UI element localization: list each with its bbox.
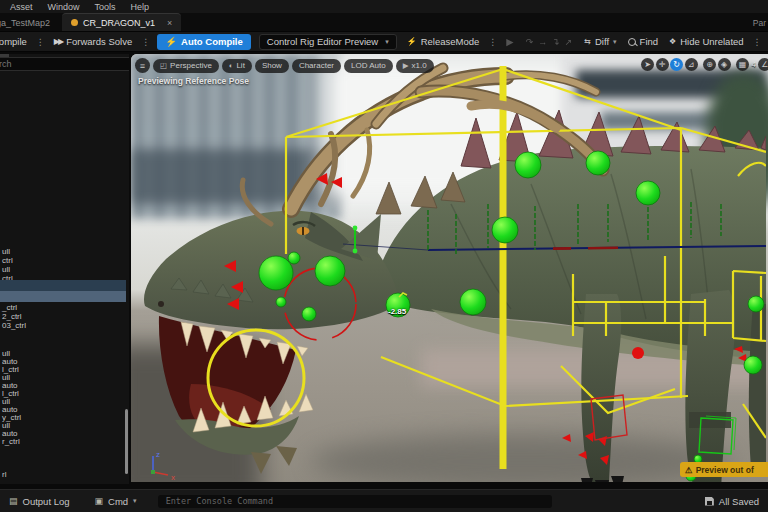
viewport[interactable]: z x -2.85 ≡ ◰ Perspective ◐ Lit Show Cha	[131, 54, 768, 482]
hide-unrelated-button[interactable]: ❖ Hide Unrelated	[664, 34, 749, 49]
rig-control-sphere[interactable]	[302, 307, 316, 321]
tree-item[interactable]: ull	[2, 265, 10, 274]
rotate-icon: ↻	[673, 60, 680, 69]
tree-item[interactable]: 2_ctrl	[2, 312, 22, 321]
character-button[interactable]: Character	[292, 59, 341, 73]
unreal-control-rig-editor: { "menu_bar": {"items": ["Asset", "Windo…	[0, 0, 768, 512]
rig-control-sphere[interactable]	[515, 152, 541, 178]
search-icon	[628, 38, 636, 46]
tab-label: ga_TestMap2	[0, 18, 50, 28]
find-label: Find	[640, 36, 658, 47]
tree-item[interactable]: r_ctrl	[2, 437, 20, 446]
rig-control-sphere[interactable]	[315, 256, 345, 286]
rig-control-sphere[interactable]	[276, 297, 286, 307]
preview-mode-dropdown[interactable]: Control Rig Editor Preview ▾	[259, 34, 397, 50]
rig-control-sphere[interactable]	[636, 181, 660, 205]
speed-label: x1.0	[411, 61, 426, 70]
kebab-icon[interactable]: ⋮	[485, 37, 500, 47]
close-icon[interactable]: ×	[167, 18, 172, 28]
hide-unrelated-label: Hide Unrelated	[680, 36, 743, 47]
menu-item-window[interactable]: Window	[48, 2, 80, 12]
hierarchy-tree: ullctrlullctrl_ctrl2_ctrl03_ctrlullautol…	[0, 54, 129, 484]
globe-icon: ⊕	[706, 60, 713, 69]
rotate-tool-button[interactable]: ↻	[670, 58, 683, 71]
show-button[interactable]: Show	[255, 59, 289, 73]
save-status[interactable]: All Saved	[705, 496, 759, 507]
tree-item[interactable]: ull	[2, 247, 10, 256]
grid-snap-button[interactable]: ▦	[736, 58, 749, 71]
forwards-solve-button[interactable]: ▶▶ Forwards Solve	[49, 34, 137, 49]
scale-tool-button[interactable]: ⊿	[685, 58, 698, 71]
kebab-icon[interactable]: ⋮	[138, 37, 153, 47]
cmd-dropdown[interactable]: ▣ Cmd ▾	[95, 496, 137, 507]
playback-speed-button[interactable]: ▶ x1.0	[396, 59, 434, 73]
perspective-button[interactable]: ◰ Perspective	[153, 59, 219, 73]
tab-cr-dragon-v1[interactable]: CR_DRAGON_v1 ×	[62, 13, 181, 31]
lit-icon: ◐	[229, 61, 234, 70]
tree-item[interactable]: rl	[2, 470, 6, 479]
tree-item-selected[interactable]	[0, 280, 126, 291]
main-area: Search ullctrlullctrl_ctrl2_ctrl03_ctrlu…	[0, 52, 768, 492]
tree-item-selected[interactable]	[0, 291, 126, 302]
menu-item-help[interactable]: Help	[131, 2, 150, 12]
viewport-options-button[interactable]: ≡	[135, 58, 150, 73]
tree-item[interactable]: ctrl	[2, 256, 13, 265]
lit-mode-button[interactable]: ◐ Lit	[222, 59, 252, 73]
double-play-icon: ▶▶	[54, 37, 62, 46]
rig-control-sphere[interactable]	[492, 217, 518, 243]
snap-icon: ◈	[721, 60, 727, 69]
rig-control-sphere[interactable]	[259, 256, 293, 290]
hamburger-icon: ≡	[140, 61, 145, 71]
rig-control-sphere[interactable]	[288, 252, 300, 264]
step-out-icon[interactable]: ↗	[565, 37, 573, 47]
output-log-button[interactable]: ▤ Output Log	[9, 496, 70, 507]
preview-warning-badge[interactable]: ⚠ Preview out of	[680, 462, 768, 477]
control-value-label: -2.85	[388, 307, 406, 316]
auto-compile-button[interactable]: ⚡ Auto Compile	[157, 34, 251, 50]
rig-control-sphere[interactable]	[460, 289, 486, 315]
dragon-model	[144, 68, 766, 482]
menu-item-asset[interactable]: Asset	[10, 2, 33, 12]
scale-icon: ⊿	[688, 60, 695, 69]
kebab-icon[interactable]: ⋮	[750, 37, 765, 47]
rig-control-sphere[interactable]	[586, 151, 610, 175]
release-mode-button[interactable]: ⚡ ReleaseMode	[402, 34, 485, 49]
coordinate-system-button[interactable]: ⊕	[703, 58, 716, 71]
diff-label: Diff	[595, 36, 609, 47]
parent-class-label: Par	[753, 18, 766, 28]
perspective-icon: ◰	[160, 61, 167, 70]
bolt-icon: ⚡	[165, 36, 177, 47]
tree-item[interactable]: 03_ctrl	[2, 321, 26, 330]
axis-x-label: x	[171, 473, 175, 482]
rotation-snap-button[interactable]: ∠	[758, 58, 768, 71]
play-icon: ▶	[506, 36, 513, 47]
angle-icon: ∠	[761, 60, 768, 69]
kebab-icon[interactable]: ⋮	[33, 37, 48, 47]
diff-button[interactable]: ⇆ Diff ▾	[579, 34, 621, 49]
tab-ga-testmap2[interactable]: ga_TestMap2	[0, 14, 62, 31]
grid-snap-value[interactable]: 4	[751, 60, 757, 69]
step-into-icon[interactable]: →	[538, 37, 547, 47]
save-icon	[705, 497, 714, 506]
menu-item-tools[interactable]: Tools	[95, 2, 116, 12]
step-over-icon[interactable]: ↷	[526, 37, 534, 47]
tree-item[interactable]: _ctrl	[2, 303, 17, 312]
step-down-icon[interactable]: ↴	[552, 37, 560, 47]
sidebar-scrollbar[interactable]	[125, 409, 128, 474]
surface-snap-button[interactable]: ◈	[718, 58, 731, 71]
move-tool-button[interactable]: ✛	[656, 58, 669, 71]
warning-text: Preview out of	[696, 465, 754, 475]
compile-button[interactable]: Compile	[0, 34, 32, 49]
select-icon: ➤	[644, 60, 651, 69]
lod-button[interactable]: LOD Auto	[344, 59, 393, 73]
chevron-down-icon: ▾	[385, 38, 389, 46]
play-debug-button[interactable]: ▶	[501, 34, 518, 49]
select-tool-button[interactable]: ➤	[641, 58, 654, 71]
rig-control-sphere[interactable]	[744, 356, 762, 374]
viewport-toolbar: ≡ ◰ Perspective ◐ Lit Show Character LOD…	[135, 58, 434, 73]
console-command-input[interactable]: Enter Console Command	[158, 495, 552, 508]
perspective-label: Perspective	[170, 61, 212, 70]
rig-hierarchy-panel: Search ullctrlullctrl_ctrl2_ctrl03_ctrlu…	[0, 54, 129, 484]
find-button[interactable]: Find	[623, 34, 663, 49]
rig-control-sphere[interactable]	[748, 296, 764, 312]
